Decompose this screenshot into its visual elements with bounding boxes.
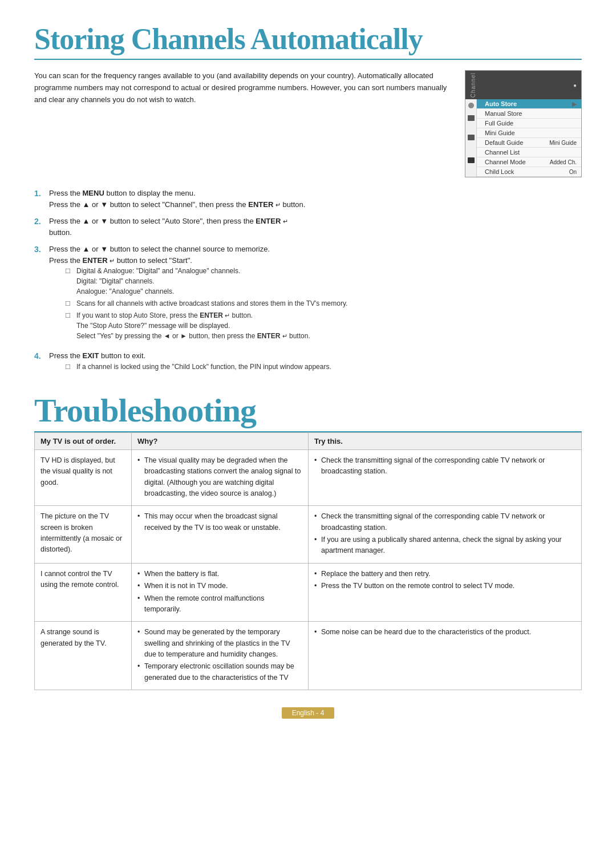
step-2-num: 2.	[34, 216, 44, 238]
table-row-3-why-3: When the remote control malfunctions tem…	[137, 593, 302, 615]
table-row-2-why-1: This may occur when the broadcast signal…	[137, 511, 302, 533]
sidebar-icon-4	[468, 157, 475, 163]
sidebar-icon-2	[468, 115, 475, 121]
menu-item-child-lock-value: On	[569, 169, 577, 175]
storing-title: Storing Channels Automatically	[34, 23, 582, 60]
table-row-3-problem: I cannot control the TV using the remote…	[35, 563, 132, 622]
table-row-3-why-2: When it is not in TV mode.	[137, 581, 302, 591]
sidebar-icon-3	[468, 135, 475, 140]
step-4-exit-key: EXIT	[83, 351, 99, 360]
table-row-3-why-1: When the battery is flat.	[137, 569, 302, 580]
table-row-3-why: When the battery is flat. When it is not…	[132, 563, 309, 622]
table-row-1-problem: TV HD is displayed, but the visual quali…	[35, 449, 132, 506]
menu-header: Channel ●	[465, 71, 581, 99]
table-row-3: I cannot control the TV using the remote…	[35, 563, 582, 622]
table-row-4-why-1: Sound may be generated by the temporary …	[137, 627, 302, 660]
menu-item-channel-mode: Channel Mode Added Ch.	[477, 157, 581, 167]
table-row-4-why: Sound may be generated by the temporary …	[132, 622, 309, 690]
troubleshooting-table: My TV is out of order. Why? Try this. TV…	[34, 432, 582, 690]
note-3-1: ☐ Digital & Analogue: "Digital" and "Ana…	[65, 266, 582, 297]
note-3-2-text: Scans for all channels with active broad…	[76, 298, 347, 309]
menu-item-auto-store: Auto Store ▶	[477, 99, 581, 109]
menu-item-auto-store-label: Auto Store	[485, 100, 517, 107]
table-row-1-why-1: The visual quality may be degraded when …	[137, 455, 302, 500]
step-1-enter-symbol: ↵	[275, 201, 281, 208]
note-3-3-icon: ☐	[65, 311, 73, 341]
storing-intro: You can scan for the frequency ranges av…	[34, 70, 451, 177]
table-row-4-why-list: Sound may be generated by the temporary …	[137, 627, 302, 683]
step-1-enter-key: ENTER	[248, 200, 273, 209]
menu-item-manual-store-label: Manual Store	[485, 110, 522, 117]
menu-items-list: Auto Store ▶ Manual Store Full Guide Min…	[477, 99, 581, 177]
menu-item-full-guide-label: Full Guide	[485, 120, 513, 127]
troubleshooting-title: Troubleshooting	[34, 392, 582, 432]
note-3-3: ☐ If you want to stop Auto Store, press …	[65, 310, 582, 341]
table-row-1: TV HD is displayed, but the visual quali…	[35, 449, 582, 506]
note-4-1: ☐ If a channel is locked using the "Chil…	[65, 362, 582, 372]
table-header-problem: My TV is out of order.	[35, 432, 132, 449]
step-2-enter-key: ENTER	[256, 217, 281, 225]
table-row-3-try-list: Replace the battery and then retry. Pres…	[314, 569, 576, 592]
menu-item-channel-mode-label: Channel Mode	[485, 159, 526, 165]
table-row-4-try-list: Some noise can be heard due to the chara…	[314, 627, 576, 638]
footer: English - 4	[34, 707, 582, 719]
menu-item-default-guide-label: Default Guide	[485, 139, 523, 146]
table-row-2-try: Check the transmitting signal of the cor…	[309, 506, 582, 564]
step-1-menu-key: MENU	[83, 189, 104, 197]
menu-item-child-lock: Child Lock On	[477, 167, 581, 177]
menu-item-channel-list: Channel List	[477, 148, 581, 157]
step-4-body: Press the EXIT button to exit. ☐ If a ch…	[49, 350, 582, 375]
note-3-1-text: Digital & Analogue: "Digital" and "Analo…	[76, 266, 240, 297]
table-row-4-problem: A strange sound is generated by the TV.	[35, 622, 132, 690]
table-row-2-why-list: This may occur when the broadcast signal…	[137, 511, 302, 533]
note-4-1-icon: ☐	[65, 362, 73, 372]
step-4-notes: ☐ If a channel is locked using the "Chil…	[65, 362, 582, 372]
table-row-2: The picture on the TV screen is broken i…	[35, 506, 582, 564]
menu-item-auto-store-arrow: ▶	[572, 101, 577, 107]
menu-item-channel-mode-value: Added Ch.	[550, 159, 577, 165]
step-1: 1. Press the MENU button to display the …	[34, 188, 582, 210]
menu-item-manual-store: Manual Store	[477, 109, 581, 119]
table-row-4-try: Some noise can be heard due to the chara…	[309, 622, 582, 690]
table-row-3-try: Replace the battery and then retry. Pres…	[309, 563, 582, 622]
step-4: 4. Press the EXIT button to exit. ☐ If a…	[34, 350, 582, 375]
sidebar-icon-1	[468, 103, 474, 108]
note-3-3-enter-key2: ENTER	[257, 332, 281, 340]
table-row-3-try-2: Press the TV button on the remote contro…	[314, 581, 576, 591]
step-3-enter-symbol: ↵	[110, 257, 115, 264]
note-3-2-icon: ☐	[65, 299, 73, 309]
step-4-num: 4.	[34, 350, 44, 375]
note-3-2: ☐ Scans for all channels with active bro…	[65, 298, 582, 309]
table-row-2-try-list: Check the transmitting signal of the cor…	[314, 511, 576, 557]
step-3-num: 3.	[34, 244, 44, 345]
menu-item-default-guide-value: Mini Guide	[549, 140, 577, 146]
step-3-body: Press the ▲ or ▼ button to select the ch…	[49, 244, 582, 345]
table-row-1-try-1: Check the transmitting signal of the cor…	[314, 455, 576, 477]
table-row-1-try: Check the transmitting signal of the cor…	[309, 449, 582, 506]
note-3-1-icon: ☐	[65, 266, 73, 297]
channel-label: Channel	[470, 72, 476, 98]
step-2-body: Press the ▲ or ▼ button to select "Auto …	[49, 216, 582, 238]
table-header-try: Try this.	[309, 432, 582, 449]
table-row-4-try-1: Some noise can be heard due to the chara…	[314, 627, 576, 638]
table-row-4-why-2: Temporary electronic oscillation sounds …	[137, 661, 302, 683]
menu-search-icon: ●	[573, 82, 577, 88]
table-row-2-try-1: Check the transmitting signal of the cor…	[314, 511, 576, 533]
note-3-3-text: If you want to stop Auto Store, press th…	[76, 310, 310, 341]
note-3-3-enter-key: ENTER	[200, 311, 223, 319]
note-4-1-text: If a channel is locked using the "Child …	[76, 362, 331, 372]
table-row-1-try-list: Check the transmitting signal of the cor…	[314, 455, 576, 477]
table-row-4: A strange sound is generated by the TV. …	[35, 622, 582, 690]
menu-item-default-guide: Default Guide Mini Guide	[477, 138, 581, 148]
table-row-2-try-2: If you are using a publically shared ant…	[314, 534, 576, 557]
step-2: 2. Press the ▲ or ▼ button to select "Au…	[34, 216, 582, 238]
channel-menu-box: Channel ● Auto Store ▶ Manual Store	[465, 70, 582, 177]
table-row-3-why-list: When the battery is flat. When it is not…	[137, 569, 302, 615]
table-row-3-try-1: Replace the battery and then retry.	[314, 569, 576, 580]
step-3-enter-key: ENTER	[83, 256, 108, 265]
table-row-2-why: This may occur when the broadcast signal…	[132, 506, 309, 564]
step-1-num: 1.	[34, 188, 44, 210]
footer-badge: English - 4	[282, 707, 335, 719]
menu-item-mini-guide-label: Mini Guide	[485, 129, 515, 136]
steps-list: 1. Press the MENU button to display the …	[34, 188, 582, 375]
